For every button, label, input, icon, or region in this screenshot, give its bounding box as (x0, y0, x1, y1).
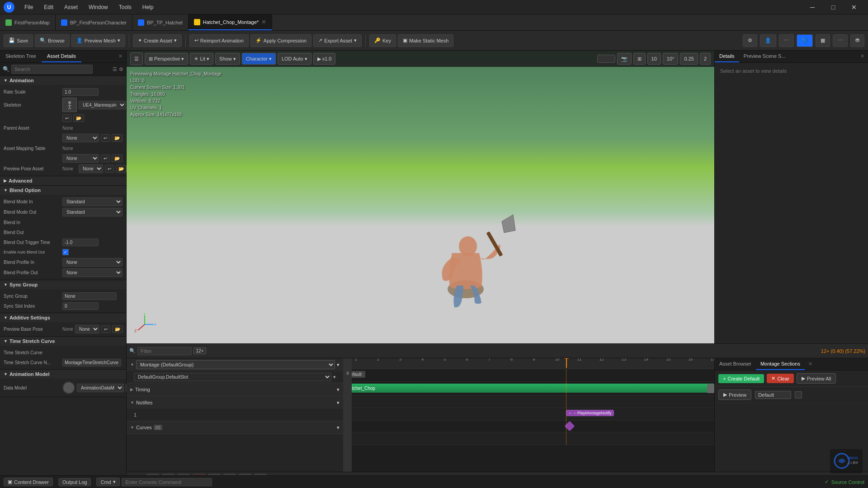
menu-help[interactable]: Help (138, 2, 158, 12)
menu-file[interactable]: File (20, 2, 38, 12)
output-log-button[interactable]: Output Log (58, 478, 91, 486)
content-drawer-button[interactable]: ▣ Content Drawer (4, 478, 53, 486)
browse-button[interactable]: 🔍 Browse (35, 34, 70, 47)
preview-base-select[interactable]: None (75, 325, 99, 333)
pp-browse[interactable]: 📂 (116, 165, 127, 173)
clear-button[interactable]: ✕ Clear (767, 374, 793, 383)
preview-button[interactable]: ▶ Preview (718, 389, 751, 400)
tab-hatchet[interactable]: BP_TP_Hatchet (132, 14, 189, 30)
section-checkbox[interactable] (795, 391, 802, 399)
blend-profile-out-select[interactable]: None (62, 268, 123, 277)
viewport-menu-button[interactable]: ☰ (130, 52, 143, 65)
animation-model-header[interactable]: ▼ Animation Model (0, 370, 126, 379)
menu-asset[interactable]: Asset (60, 2, 82, 12)
lit-button[interactable]: ☀ Lit ▾ (190, 53, 213, 65)
montage-sections-tab[interactable]: Montage Sections (756, 358, 805, 370)
notifies-header[interactable]: ▼ Notifies ▾ (127, 396, 343, 409)
lod-auto-button[interactable]: LOD Auto ▾ (278, 53, 311, 65)
asset-mapping-select[interactable]: None (62, 154, 99, 163)
key-button[interactable]: 🔑 Key (369, 34, 396, 47)
maximize-button[interactable]: □ (823, 0, 844, 14)
blend-option-header[interactable]: ▼ Blend Option (0, 186, 126, 195)
vp-camera-button[interactable]: 📷 (617, 53, 632, 65)
preview-scene-tab[interactable]: Preview Scene S... (739, 51, 790, 62)
toggle-1[interactable] (597, 55, 615, 63)
asset-browser-tab[interactable]: Asset Browser (715, 358, 756, 370)
preview-all-button[interactable]: ▶ Preview All (797, 373, 836, 384)
preview-mesh-button[interactable]: 👤 Preview Mesh ▾ (71, 34, 125, 47)
save-button[interactable]: 💾 Save (4, 34, 33, 47)
search-input[interactable] (11, 65, 93, 74)
export-asset-button[interactable]: ↗ Export Asset ▾ (313, 34, 362, 47)
data-model-select[interactable]: AnimationDataM (77, 384, 124, 392)
close-button[interactable]: ✕ (844, 0, 864, 14)
perspective-button[interactable]: ⊞ Perspective ▾ (145, 53, 188, 65)
section-name-input[interactable] (755, 391, 791, 399)
default-slot-select[interactable]: DefaultGroup.DefaultSlot (134, 373, 331, 381)
cmd-button[interactable]: Cmd ▾ (96, 478, 119, 486)
panel-close-button[interactable]: ✕ (115, 51, 126, 62)
play-rate-button[interactable]: ▶ x1.0 (313, 53, 336, 65)
parent-asset-refresh[interactable]: ↩ (101, 134, 110, 142)
show-button[interactable]: Show ▾ (215, 53, 240, 65)
ts-curve-name-input[interactable] (62, 359, 121, 366)
advanced-section-header[interactable]: ▶ Advanced (0, 176, 126, 185)
skeleton-browse-button[interactable]: 📂 (73, 114, 84, 122)
right-panel-close[interactable]: ✕ (857, 51, 868, 62)
vp-layer-button[interactable]: 2 (700, 53, 711, 65)
am-browse[interactable]: 📂 (112, 155, 123, 162)
skeleton-tree-tab[interactable]: Skeleton Tree (0, 51, 42, 62)
montage-group-select[interactable]: Montage (DefaultGroup) (136, 360, 335, 369)
blend-profile-in-select[interactable]: None (62, 258, 123, 267)
vp-grid-size-button[interactable]: 10 (647, 53, 661, 65)
toolbar-ue-button[interactable]: 🔵 (797, 34, 813, 47)
enable-auto-blend-checkbox[interactable]: ✓ (62, 249, 69, 255)
toolbar-settings-button[interactable]: ⚙ (743, 34, 757, 47)
toolbar-editor-button[interactable]: 👤 (760, 34, 776, 47)
vp-fov-button[interactable]: 0.25 (680, 53, 698, 65)
toolbar-extra-button[interactable]: ⛃ (850, 34, 864, 47)
menu-edit[interactable]: Edit (39, 2, 58, 12)
blend-out-trigger-input[interactable] (62, 239, 99, 246)
console-input[interactable] (122, 478, 212, 486)
sync-group-input[interactable] (62, 292, 117, 300)
pp-refresh[interactable]: ↩ (105, 165, 114, 173)
parent-asset-browse[interactable]: 📂 (112, 134, 123, 142)
tab-montage[interactable]: Hatchet_Chop_Montage* ✕ (189, 14, 273, 30)
sync-group-header[interactable]: ▼ Sync Group (0, 280, 126, 289)
sections-tab-close[interactable]: ✕ (805, 358, 816, 370)
parent-asset-dropdown[interactable]: None (62, 134, 99, 142)
am-refresh[interactable]: ↩ (101, 155, 110, 162)
montage-group-header[interactable]: ▼ Montage (DefaultGroup) ▾ (127, 358, 343, 371)
make-static-mesh-button[interactable]: ▣ Make Static Mesh (398, 34, 453, 47)
timing-header[interactable]: ▶ Timing ▾ (127, 383, 343, 396)
time-stretch-header[interactable]: ▼ Time Stretch Curve (0, 337, 126, 346)
blend-mode-in-select[interactable]: Standard (62, 197, 123, 206)
view-toggle-icon[interactable]: ☰ (113, 66, 117, 72)
toolbar-grid-button[interactable]: ⋯ (833, 34, 848, 47)
skeleton-refresh-button[interactable]: ↩ (62, 114, 71, 122)
additive-settings-header[interactable]: ▼ Additive Settings (0, 313, 126, 322)
vp-grid-button[interactable]: ⊞ (633, 53, 646, 65)
settings-icon[interactable]: ⚙ (119, 66, 123, 72)
animation-section-header[interactable]: ▼ Animation (0, 76, 126, 85)
character-button[interactable]: Character ▾ (242, 53, 276, 65)
tab-close-montage[interactable]: ✕ (261, 19, 266, 25)
reimport-button[interactable]: ↩ Reimport Animation (189, 34, 249, 47)
create-default-button[interactable]: + Create Default (718, 374, 764, 383)
minimize-button[interactable]: ─ (802, 0, 823, 14)
skeleton-select[interactable]: UE4_Mannequin (79, 101, 126, 109)
curves-header[interactable]: ▼ Curves (0) ▾ (127, 421, 343, 434)
toolbar-view-button[interactable]: ▦ (816, 34, 830, 47)
apply-compression-button[interactable]: ⚡ Apply Compression (250, 34, 311, 47)
toolbar-more-button[interactable]: ⋯ (779, 34, 794, 47)
pb-browse[interactable]: 📂 (112, 325, 123, 333)
pb-refresh[interactable]: ↩ (101, 325, 110, 333)
rate-scale-input[interactable] (62, 88, 99, 96)
sync-slot-index-input[interactable] (62, 302, 99, 310)
timeline-tracks[interactable]: 1 2 3 4 5 6 7 8 9 10 11 12 13 (344, 358, 714, 472)
menu-window[interactable]: Window (84, 2, 113, 12)
viewport[interactable]: ☰ ⊞ Perspective ▾ ☀ Lit ▾ Show ▾ (127, 51, 714, 343)
details-tab[interactable]: Details (715, 51, 739, 62)
tab-firstpersonmap[interactable]: FirstPersonMap (0, 14, 56, 30)
